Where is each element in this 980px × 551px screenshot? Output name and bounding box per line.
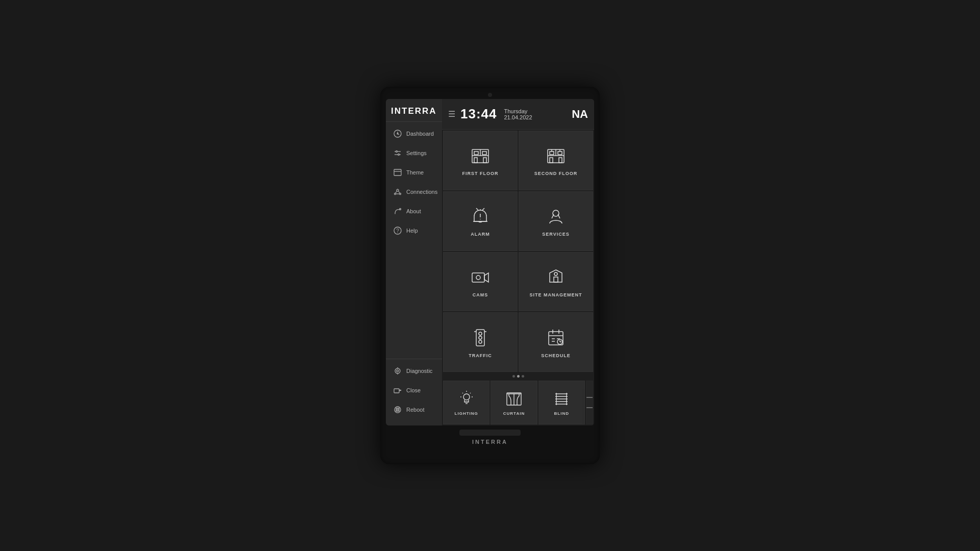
svg-point-70 [463,394,470,400]
svg-point-14 [400,209,401,210]
dot-3[interactable] [522,375,524,378]
second-floor-icon [545,144,567,167]
svg-rect-60 [549,332,563,345]
theme-icon [393,168,402,177]
svg-rect-31 [483,158,486,163]
strip-item-curtain-label: CURTAIN [503,411,525,416]
grid-item-cams-label: CAMS [473,292,488,297]
sidebar-label-reboot: Reboot [406,407,424,413]
grid-item-services[interactable]: SERVICES [519,191,593,251]
sidebar-label-dashboard: Dashboard [406,131,434,137]
traffic-icon [469,327,492,349]
grid-item-site-management-label: SITE MANAGEMENT [529,292,582,297]
svg-point-5 [398,154,400,156]
svg-point-9 [395,193,396,195]
help-icon: ? [393,226,402,235]
dot-1[interactable] [512,375,515,378]
grid-item-schedule-label: SCHEDULE [541,353,571,358]
sidebar-item-help[interactable]: ? Help [388,221,440,240]
strip-item-blind[interactable]: BLIND [538,381,585,424]
header: ☰ 13:44 Thursday 21.04.2022 NA [442,99,594,130]
hamburger-icon[interactable]: ☰ [448,109,455,119]
services-icon [545,205,567,228]
about-icon [393,207,402,216]
dot-2[interactable] [517,375,520,378]
header-time: 13:44 [460,106,497,122]
sidebar-item-reboot[interactable]: Reboot [388,400,440,419]
grid-item-schedule[interactable]: SCHEDULE [519,312,593,372]
device-screen: V1.2.0 INTERRA Dashboard [386,99,594,425]
grid-page1: FIRST FLOOR [442,130,594,373]
svg-point-46 [553,210,559,216]
grid-item-first-floor[interactable]: FIRST FLOOR [443,131,518,190]
header-date: Thursday 21.04.2022 [504,108,532,120]
schedule-icon [545,327,567,349]
blind-icon [552,390,571,408]
sidebar: INTERRA Dashboard [386,99,442,425]
sidebar-item-close[interactable]: Close [388,381,440,399]
grid-item-alarm[interactable]: ALARM [443,191,518,251]
svg-line-12 [399,191,400,193]
svg-point-56 [479,336,482,339]
strip-item-lighting-label: LIGHTING [455,411,478,416]
sidebar-item-connections[interactable]: Connections [388,183,440,201]
header-day: Thursday [504,108,532,114]
device-brand: ​INTERRA [472,439,508,445]
grid-item-site-management[interactable]: SITE MANAGEMENT [519,252,593,312]
svg-rect-28 [474,152,478,155]
svg-point-10 [400,193,401,195]
sidebar-label-theme: Theme [406,169,424,176]
sidebar-label-about: About [406,208,421,214]
svg-point-1 [397,133,398,134]
strip-item-more[interactable] [586,381,593,424]
grid-item-second-floor[interactable]: SECOND FLOOR [519,131,593,190]
sidebar-item-diagnostic[interactable]: Diagnostic [388,362,440,380]
strip-item-lighting[interactable]: LIGHTING [443,381,489,424]
grid-item-traffic[interactable]: TRAFFIC [443,312,518,372]
svg-rect-38 [559,158,562,163]
sidebar-item-theme[interactable]: Theme [388,163,440,182]
svg-rect-36 [558,152,562,155]
sidebar-label-settings: Settings [406,150,427,156]
connections-icon [393,187,402,196]
device-frame: V1.2.0 INTERRA Dashboard [380,87,600,464]
dashboard-icon [393,129,402,138]
reboot-icon [393,405,402,414]
header-location: NA [572,108,588,121]
curtain-icon [505,390,523,408]
cams-icon [469,266,492,288]
sidebar-item-settings[interactable]: Settings [388,144,440,162]
sidebar-label-help: Help [406,228,418,234]
svg-point-51 [476,276,480,280]
svg-point-17 [395,368,400,373]
strip-item-blind-label: BLIND [554,411,569,416]
svg-rect-29 [482,152,486,155]
grid-item-traffic-label: TRAFFIC [469,353,492,358]
first-floor-icon [469,144,492,167]
svg-point-4 [396,151,398,153]
svg-rect-6 [394,169,401,176]
svg-rect-21 [394,389,399,393]
device-bottom: ​INTERRA [385,430,595,445]
grid-item-cams[interactable]: CAMS [443,252,518,312]
svg-line-48 [558,214,560,218]
svg-line-76 [470,393,471,393]
svg-line-45 [482,208,484,210]
sidebar-item-about[interactable]: About [388,202,440,220]
strip-item-curtain[interactable]: CURTAIN [491,381,537,424]
sidebar-bottom: Diagnostic Close [386,359,442,423]
grid-item-services-label: SERVICES [542,232,569,237]
svg-point-53 [554,272,557,276]
svg-point-57 [479,340,482,343]
strip-section: LIGHTING CURTAIN [442,380,594,425]
svg-line-44 [476,208,478,210]
site-management-icon [545,266,567,288]
svg-point-22 [395,407,401,413]
sidebar-label-diagnostic: Diagnostic [406,368,432,374]
main-content: ☰ 13:44 Thursday 21.04.2022 NA [442,99,594,425]
sidebar-item-dashboard[interactable]: Dashboard [388,124,440,143]
svg-rect-30 [474,158,477,163]
svg-line-77 [462,393,463,393]
svg-rect-35 [550,152,554,155]
device-camera [488,93,492,97]
